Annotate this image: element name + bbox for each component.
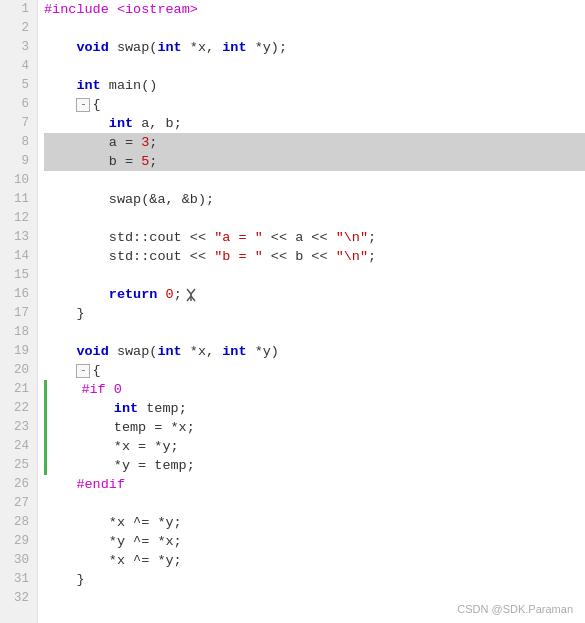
ln-8: 8 — [8, 133, 29, 152]
code-token: ; — [149, 133, 157, 152]
code-token: "\n" — [336, 228, 368, 247]
code-line-1: #include <iostream> — [44, 0, 585, 19]
code-token — [157, 285, 165, 304]
code-token: int — [76, 76, 100, 95]
code-token: int — [157, 342, 181, 361]
code-token: swap(&a, &b); — [44, 190, 214, 209]
code-token: ; — [174, 285, 182, 304]
code-token: *x = *y; — [49, 437, 179, 456]
code-line-29: *y ^= *x; — [44, 532, 585, 551]
code-line-18 — [44, 323, 585, 342]
code-token: 3 — [141, 133, 149, 152]
code-token — [44, 76, 76, 95]
ln-10: 10 — [8, 171, 29, 190]
ln-24: 24 — [8, 437, 29, 456]
code-token: *y); — [247, 38, 288, 57]
code-token: a — [109, 133, 117, 152]
ln-23: 23 — [8, 418, 29, 437]
code-line-15 — [44, 266, 585, 285]
code-token: *x ^= *y; — [44, 513, 182, 532]
ln-3: 3 — [8, 38, 29, 57]
code-token: void — [76, 38, 108, 57]
ln-27: 27 — [8, 494, 29, 513]
ln-28: 28 — [8, 513, 29, 532]
code-line-10 — [44, 171, 585, 190]
code-token: 5 — [141, 152, 149, 171]
ln-16: 16 — [8, 285, 29, 304]
code-token: temp; — [138, 399, 187, 418]
code-token — [44, 95, 76, 114]
ln-15: 15 — [8, 266, 29, 285]
code-token: = — [117, 133, 141, 152]
code-token: } — [44, 570, 85, 589]
code-line-22: int temp; — [44, 399, 585, 418]
code-line-2 — [44, 19, 585, 38]
green-bar — [44, 399, 47, 418]
ln-11: 11 — [8, 190, 29, 209]
text-cursor — [182, 285, 200, 304]
code-token: = — [117, 152, 141, 171]
green-bar — [44, 380, 47, 399]
code-token: *y ^= *x; — [44, 532, 182, 551]
ln-9: 9 — [8, 152, 29, 171]
code-token — [44, 361, 76, 380]
code-line-9: b = 5; — [44, 152, 585, 171]
ln-14: 14 — [8, 247, 29, 266]
code-token: ; — [368, 247, 376, 266]
code-token — [44, 342, 76, 361]
ln-4: 4 — [8, 57, 29, 76]
ln-22: 22 — [8, 399, 29, 418]
ln-29: 29 — [8, 532, 29, 551]
fold-icon-6[interactable]: - — [76, 98, 90, 112]
code-token: *y) — [247, 342, 279, 361]
code-token: swap( — [109, 342, 158, 361]
code-line-25: *y = temp; — [44, 456, 585, 475]
code-token: { — [92, 361, 100, 380]
ln-5: 5 — [8, 76, 29, 95]
ln-31: 31 — [8, 570, 29, 589]
code-line-5: int main() — [44, 76, 585, 95]
green-bar — [44, 418, 47, 437]
code-token: } — [44, 304, 85, 323]
code-token: 0 — [166, 285, 174, 304]
code-line-19: void swap(int *x, int *y) — [44, 342, 585, 361]
line-numbers: 1 2 3 4 5 6 7 8 9 10 11 12 13 14 15 16 1… — [0, 0, 38, 623]
code-line-20: -{ — [44, 361, 585, 380]
code-line-4 — [44, 57, 585, 76]
code-line-24: *x = *y; — [44, 437, 585, 456]
code-token: int — [222, 38, 246, 57]
ln-25: 25 — [8, 456, 29, 475]
code-area[interactable]: #include <iostream> void swap(int *x, in… — [38, 0, 585, 623]
code-line-14: std::cout << "b = " << b << "\n"; — [44, 247, 585, 266]
code-token: *x, — [182, 342, 223, 361]
fold-icon-20[interactable]: - — [76, 364, 90, 378]
code-token: "a = " — [214, 228, 263, 247]
code-token: "b = " — [214, 247, 263, 266]
code-line-17: } — [44, 304, 585, 323]
ln-21: 21 — [8, 380, 29, 399]
ln-20: 20 — [8, 361, 29, 380]
code-token: #include <iostream> — [44, 0, 198, 19]
ln-13: 13 — [8, 228, 29, 247]
code-token: return — [109, 285, 158, 304]
code-token: std::cout << — [44, 228, 214, 247]
code-line-13: std::cout << "a = " << a << "\n"; — [44, 228, 585, 247]
code-token: a, b; — [133, 114, 182, 133]
ln-32: 32 — [8, 589, 29, 608]
code-token: int — [222, 342, 246, 361]
watermark: CSDN @SDK.Paraman — [457, 603, 573, 615]
code-token: int — [157, 38, 181, 57]
code-token: { — [92, 95, 100, 114]
ln-12: 12 — [8, 209, 29, 228]
code-token: #endif — [76, 475, 125, 494]
code-token: #if 0 — [49, 380, 122, 399]
code-token: temp = *x; — [49, 418, 195, 437]
code-token: *x ^= *y; — [44, 551, 182, 570]
code-line-11: swap(&a, &b); — [44, 190, 585, 209]
code-line-3: void swap(int *x, int *y); — [44, 38, 585, 57]
code-token: int — [114, 399, 138, 418]
ln-26: 26 — [8, 475, 29, 494]
code-line-26: #endif — [44, 475, 585, 494]
code-token: b — [109, 152, 117, 171]
code-token: *x, — [182, 38, 223, 57]
